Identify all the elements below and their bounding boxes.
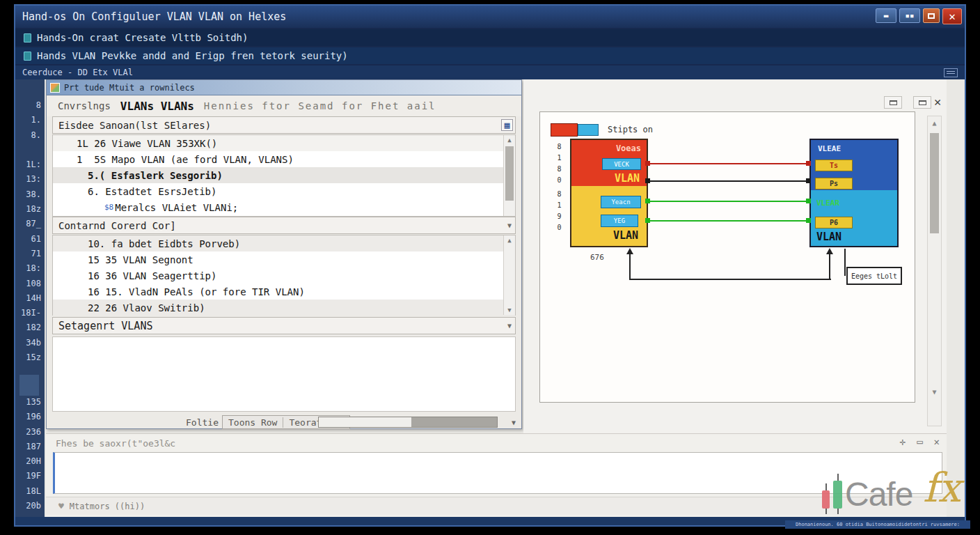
- subtitle-2-text: Hands VLAN Pevkke andd and Erigp fren te…: [37, 50, 348, 61]
- diagram-canvas: Stipts on 8180 8190 Voeas VECK VLAN Yeac…: [539, 111, 915, 403]
- line-number: 20b: [15, 501, 41, 515]
- bottom-note: Dhonanienoun. 60 otidia Buitonoamoididet…: [785, 520, 970, 529]
- line-number: 87_: [15, 219, 41, 233]
- dialog-footer: Foltie Toons Row Teorattles ▼: [47, 414, 521, 430]
- left-switch-block[interactable]: Voeas VECK VLAN Yeacn YEG VLAN: [570, 139, 648, 247]
- list-item[interactable]: 22 26 Vlaov Switrib): [53, 300, 515, 316]
- menu-bar-text: Ceerduce - DD Etx VLAl: [22, 68, 133, 77]
- section-header-3[interactable]: Setagenrt VLANS ▼: [52, 317, 516, 334]
- scroll-up-icon[interactable]: ▲: [504, 137, 515, 144]
- console-panel: Fhes be saoxr(t"oe3l&c ✛ ▭ ✕ ♥ Mtatmors …: [46, 433, 947, 518]
- red-candle-icon: [822, 490, 830, 509]
- minimize-button[interactable]: ▬: [876, 8, 896, 23]
- scroll-up-icon[interactable]: ▲: [928, 119, 941, 127]
- trunk-line-bottom: [629, 279, 831, 280]
- document-icon: [24, 52, 31, 61]
- console-titlebar[interactable]: Fhes be saoxr(t"oe3l&c: [46, 434, 947, 452]
- list-item[interactable]: 6. Estadtet EsrsJetib): [53, 183, 515, 199]
- link-green-endpoint: [806, 199, 811, 203]
- vlan-dialog: Prt tude Mtuit a rownilecs Cnvrslngs VLA…: [46, 79, 522, 429]
- link-black-endpoint: [806, 178, 811, 183]
- move-icon[interactable]: ✛: [900, 436, 906, 447]
- list-item[interactable]: 15 35 VLAN Segnont: [53, 251, 515, 268]
- list-item[interactable]: 16 15. VladN PeAls (or fore TIR VLAN): [53, 284, 515, 300]
- line-number: 1L:: [15, 160, 41, 174]
- toons-row-button[interactable]: Toons Row: [223, 417, 283, 428]
- console-status-text: Mtatmors ((hi)): [70, 502, 145, 511]
- section-1-label: Eisdee Sanoan(lst SElares): [58, 120, 211, 131]
- table-grid-icon[interactable]: ▦: [501, 119, 513, 131]
- list-2-scrollbar[interactable]: ▲ ▼: [503, 235, 515, 315]
- legend-cyan-swatch: [578, 124, 599, 136]
- line-number: 182: [15, 323, 41, 337]
- link-green-endpoint: [645, 218, 650, 223]
- right-switch-block[interactable]: VLEAE Ts Ps VLEAR P6 VLAN: [809, 139, 899, 247]
- link-glyph: $8: [104, 203, 113, 212]
- editor-gutter[interactable]: 81.8.1L:13:38.18z87_617118:10814H18I-182…: [15, 79, 45, 517]
- left-block-top-label: Voeas: [616, 144, 641, 153]
- list-item[interactable]: 16 36 VLAN Seagerttip): [53, 268, 515, 284]
- scrollbar-thumb[interactable]: [505, 146, 514, 201]
- pane-minimize-button[interactable]: [884, 96, 902, 109]
- chip-ts[interactable]: Ts: [815, 160, 853, 171]
- scroll-up-icon[interactable]: ▲: [504, 237, 515, 244]
- scroll-down-icon[interactable]: ▼: [928, 388, 941, 396]
- subtitle-row-2: Hands VLAN Pevkke andd and Erigp fren te…: [15, 47, 965, 64]
- line-number: 8: [15, 100, 41, 115]
- diagram-pane: ✕ Stipts on 8180 8190 Voeas VECK VLAN Ye…: [523, 79, 947, 433]
- scrollbar-thumb[interactable]: [930, 133, 939, 233]
- chip-p6[interactable]: P6: [815, 217, 853, 228]
- list-item[interactable]: 1 5S Mapo VLAN (ae ford VLAN, VLANS): [53, 151, 515, 167]
- list-item-selected[interactable]: 5.( Esfaslerk Sesgorib): [53, 167, 515, 183]
- maximize-pane-icon: [919, 100, 926, 105]
- menu-list-icon[interactable]: [944, 68, 958, 77]
- line-number: 1.: [15, 115, 41, 130]
- link-green-2: [649, 220, 808, 222]
- callout-connector: [844, 249, 846, 276]
- line-number: 15z: [15, 352, 41, 367]
- close-pane-icon[interactable]: ✕: [934, 436, 940, 447]
- dialog-titlebar[interactable]: Prt tude Mtuit a rownilecs: [47, 80, 521, 95]
- line-numbers: 81.8.1L:13:38.18z87_617118:10814H18I-182…: [15, 100, 41, 515]
- list-1: 1L 26 Viawe VLAN 353XK() 1 5S Mapo VLAN …: [52, 134, 516, 217]
- left-block-vlan-label: VLAN: [615, 172, 640, 185]
- list-item[interactable]: 10. fa bdet Eidbts Porveb): [53, 235, 515, 251]
- restore-pane-icon[interactable]: ▭: [917, 436, 922, 447]
- section-header-2[interactable]: Contarnd Corerd Cor] ▼: [52, 217, 516, 234]
- chevron-down-icon[interactable]: ▼: [507, 222, 512, 229]
- progress-bar[interactable]: [318, 417, 498, 428]
- line-number: 18:: [15, 263, 41, 278]
- list-item[interactable]: 1L 26 Viawe VLAN 353XK(): [53, 135, 515, 151]
- link-black-endpoint: [645, 178, 650, 183]
- line-number: 8.: [15, 130, 41, 145]
- link-green-endpoint: [645, 199, 650, 203]
- chip-veck[interactable]: VECK: [602, 158, 641, 170]
- line-number: 236: [15, 427, 41, 442]
- window-titlebar[interactable]: Hand-os On Configuluer VLAN VLAN on Helx…: [15, 6, 965, 28]
- console-input-area[interactable]: [53, 452, 942, 494]
- detail-empty-panel: [52, 336, 516, 412]
- menu-bar[interactable]: Ceerduce - DD Etx VLAl: [15, 65, 965, 79]
- right-block-top-label: VLEAE: [818, 144, 841, 153]
- chip-ps[interactable]: Ps: [815, 178, 853, 189]
- list-1-scrollbar[interactable]: ▲: [503, 135, 515, 216]
- section-header-1[interactable]: Eisdee Sanoan(lst SElares) ▦: [52, 116, 516, 134]
- window-controls: ▬ ▪▪ ✕: [876, 8, 962, 24]
- pane-maximize-button[interactable]: [913, 96, 931, 109]
- maximize-button[interactable]: [923, 8, 940, 23]
- diagram-scrollbar[interactable]: ▲ ▼: [927, 116, 942, 426]
- close-button[interactable]: ✕: [942, 8, 962, 24]
- chevron-down-icon[interactable]: ▼: [507, 322, 512, 329]
- link-red-endpoint: [645, 161, 650, 166]
- section-3-label: Setagenrt VLANS: [58, 320, 152, 332]
- chip-yeacn[interactable]: Yeacn: [601, 196, 641, 208]
- list-item[interactable]: $8Meralcs VLAiet VLANi;: [53, 199, 515, 215]
- chevron-down-icon[interactable]: ▼: [512, 419, 516, 426]
- pane-close-button[interactable]: ✕: [934, 95, 941, 109]
- section-2-label: Contarnd Corerd Cor]: [58, 220, 176, 231]
- left-block-bottom-label: VLAN: [613, 229, 638, 242]
- scroll-down-icon[interactable]: ▼: [504, 307, 515, 313]
- chip-yeg[interactable]: YEG: [601, 215, 638, 227]
- window-title: Hand-os On Configuluer VLAN VLAN on Helx…: [22, 10, 286, 23]
- restore-button[interactable]: ▪▪: [899, 8, 920, 23]
